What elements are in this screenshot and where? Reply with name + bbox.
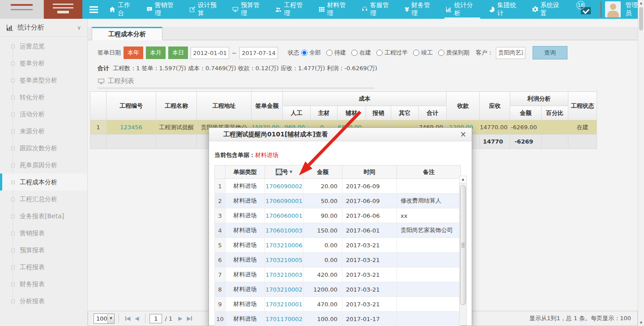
doc-row: 3 材料进场 1706060001 90.00 2017-06-06 xx [215, 208, 461, 223]
first-page-button[interactable]: ◀ [123, 315, 132, 322]
doc-code-link[interactable]: 1706010003 [265, 227, 303, 234]
status-radio-completed[interactable]: 竣工 [413, 49, 433, 57]
profit-percent-cell [542, 120, 568, 135]
page-number-input[interactable] [149, 314, 162, 323]
sidebar-item-conversion-analysis[interactable]: 转化分析 [0, 89, 87, 106]
doc-code-link[interactable]: 1706090001 [265, 198, 303, 204]
date-separator: ~ [232, 50, 237, 56]
nav-design-budget[interactable]: 设计预算 [184, 0, 227, 19]
doc-row: 4 材料进场 1706010003 150.00 2017-06-01 贵阳尚艺… [215, 223, 461, 238]
sidebar-item-source-analysis[interactable]: 来源分析 [0, 123, 87, 140]
scroll-down-icon[interactable]: ▼ [638, 320, 644, 326]
nav-group-stats[interactable]: 集团统计 [484, 0, 527, 19]
menu-toggle-icon[interactable] [90, 6, 98, 13]
page-size-select[interactable]: 100 ▼ [94, 313, 115, 324]
tab-project-cost-analysis[interactable]: 工程成本分析 [92, 27, 162, 40]
bar-chart-icon [446, 6, 452, 13]
status-radio-all[interactable]: 全部 [301, 49, 321, 57]
project-code-link[interactable]: 123456 [120, 124, 142, 131]
sidebar-item-analysis-report[interactable]: 分析报表 [0, 292, 87, 309]
col-header-project-name: 工程名称 [156, 92, 197, 120]
nav-service-mgmt[interactable]: 客服管理 [357, 0, 400, 19]
nav-system-settings[interactable]: 系统设置 [527, 0, 570, 19]
company-logo [0, 0, 44, 19]
doc-code-link[interactable]: 1703210002 [265, 286, 303, 293]
doc-code-link[interactable]: 1706060001 [265, 212, 303, 219]
status-radio-halfway[interactable]: 工程过半 [376, 49, 408, 57]
col-header-reimburse: 报销 [366, 106, 391, 120]
col-header-project-address: 工程地址 [197, 92, 252, 120]
date-from-input[interactable] [191, 47, 229, 59]
chevron-down-icon: ∨ [77, 25, 81, 31]
avatar[interactable] [605, 1, 621, 17]
row-index: 1 [90, 120, 107, 135]
sidebar-item-dead-order-analysis[interactable]: 死单原因分析 [0, 157, 87, 174]
grid-icon [319, 6, 325, 13]
col-header-receipts: 收款 [447, 92, 480, 120]
page-total: / 1 [165, 315, 172, 322]
this-year-button[interactable]: 本年 [124, 47, 143, 59]
doc-row: 7 材料进场 1703210003 420.00 2017-03-21 [215, 267, 461, 282]
scrollbar-thumb[interactable] [460, 185, 466, 305]
sidebar-item-sign-type-analysis[interactable]: 签单类型分析 [0, 72, 87, 89]
nav-project-mgmt[interactable]: 工程管理 [270, 0, 313, 19]
dropdown-arrow-icon[interactable]: ▼ [107, 314, 114, 323]
doc-col-code-sortable[interactable]: 单号▼ [265, 165, 303, 179]
sidebar-item-sign-analysis[interactable]: 签单分析 [0, 55, 87, 72]
dialog-title: 工程测试提醒尚0101[辅材成本]查看 [223, 131, 328, 139]
sidebar-item-operations-overview[interactable]: 运营总览 [0, 38, 87, 55]
scroll-up-icon[interactable]: ▲ [460, 176, 466, 183]
sidebar-item-activity-analysis[interactable]: 活动分析 [0, 106, 87, 123]
doc-row: 9 材料进场 1703210001 470.00 2017-03-21 [215, 297, 461, 312]
customer-input[interactable] [496, 47, 525, 59]
date-to-input[interactable] [239, 47, 278, 59]
this-month-button[interactable]: 本月 [146, 47, 166, 59]
monitor-icon [98, 78, 105, 85]
sidebar-item-budget-report[interactable]: 预算报表 [0, 241, 87, 258]
sidebar-item-marketing-report[interactable]: 营销报表 [0, 224, 87, 241]
col-group-profit-analysis: 利润分析 [510, 92, 568, 106]
nav-marketing[interactable]: 营销管理 [141, 0, 184, 19]
doc-code-link[interactable]: 1703210006 [265, 242, 303, 249]
notifications-button[interactable]: 18 [576, 2, 594, 17]
monitor-icon [232, 6, 239, 13]
nav-budget-mgmt[interactable]: 预算管理 [227, 0, 270, 19]
status-radio-warranty-due[interactable]: 质保到期 [438, 49, 469, 57]
document-table: 单据类型 单号▼ 金额 时间 备注 1 材料进场 1706090002 20.0… [214, 165, 461, 326]
status-radio-inprogress[interactable]: 在建 [351, 49, 371, 57]
sidebar-item-followup-count-analysis[interactable]: 跟踪次数分析 [0, 140, 87, 157]
doc-code-link[interactable]: 1701170002 [265, 316, 303, 322]
nav-statistics[interactable]: 统计分析 [441, 0, 484, 19]
prev-page-button[interactable]: ◀ [132, 315, 141, 322]
last-page-button[interactable]: ▶ [185, 315, 194, 322]
document-type-value: 材料进场 [255, 152, 278, 158]
this-day-button[interactable]: 本日 [168, 47, 188, 59]
scroll-up-icon[interactable]: ▲ [638, 0, 644, 6]
sidebar-item-project-cost-analysis[interactable]: 工程成本分析 [0, 174, 87, 191]
sidebar-header-statistics[interactable]: 统计分析 ∨ [0, 19, 87, 37]
doc-row: 6 材料进场 1703210005 0.00 2017-03-21 [215, 253, 461, 267]
nav-material-mgmt[interactable]: 材料管理 [314, 0, 357, 19]
doc-code-link[interactable]: 1706090002 [265, 183, 303, 190]
browser-scrollbar[interactable]: ▲ ▼ [638, 0, 644, 326]
search-button[interactable]: 查询 [533, 46, 567, 59]
next-page-button[interactable]: ▶ [176, 315, 184, 322]
dialog-scrollbar[interactable]: ▲ [459, 176, 467, 326]
edit-icon [189, 6, 196, 13]
sidebar-item-project-report[interactable]: 工程报表 [0, 258, 87, 275]
summary-label: 合计 [98, 65, 109, 72]
nav-workbench[interactable]: 工作台 [104, 0, 141, 19]
sidebar-item-project-summary-analysis[interactable]: 工程汇总分析 [0, 191, 87, 207]
close-icon[interactable]: × [460, 131, 466, 138]
sidebar-item-finance-report[interactable]: 财务报表 [0, 275, 87, 292]
doc-code-link[interactable]: 1703210001 [265, 301, 303, 308]
scrollbar-thumb[interactable] [639, 7, 643, 30]
sidebar-item-business-report-beta[interactable]: 业务报表[Beta] [0, 207, 87, 224]
sidebar-menu: 运营总览 签单分析 签单类型分析 转化分析 活动分析 来源分析 跟踪次数分析 死… [0, 37, 87, 309]
doc-code-link[interactable]: 1703210005 [265, 257, 303, 263]
project-list-section-header: 工程列表 [98, 77, 374, 89]
nav-finance-mgmt[interactable]: ¥ 财务管理 [400, 0, 441, 19]
status-radio-pending[interactable]: 待建 [326, 49, 346, 57]
summary-text: 工程数：1 签单：1.597(万) 成本：0.7469(万) 收款：0.12(万… [113, 65, 377, 72]
doc-code-link[interactable]: 1703210003 [265, 271, 303, 278]
